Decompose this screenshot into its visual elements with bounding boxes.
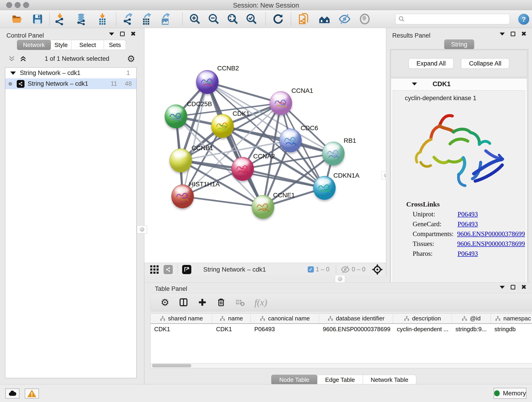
refresh-layout-button[interactable]	[272, 13, 285, 26]
node-CCNB2[interactable]	[196, 70, 219, 94]
table-cell[interactable]: stringdb:9...	[452, 324, 491, 334]
table-cell[interactable]: 9606.ENSP00000378699	[319, 324, 393, 334]
scrollbar-thumb[interactable]	[152, 364, 191, 367]
float-panel-icon[interactable]	[511, 285, 515, 289]
tab-sets[interactable]: Sets	[104, 40, 126, 50]
gene-card-header[interactable]: CDK1	[391, 78, 527, 89]
node-HIST1H1A[interactable]	[171, 185, 194, 208]
table-cell[interactable]: P06493	[251, 324, 319, 334]
crosslink-link[interactable]: 9606.ENSP00000378699	[457, 230, 525, 238]
zoom-in-button[interactable]	[189, 13, 201, 26]
column-header-shared-name[interactable]: shared name	[151, 313, 212, 323]
collapse-gene-icon[interactable]	[412, 83, 417, 85]
network-canvas[interactable]: CCNB2CCNA1CDC25BCDK1CDC6RB1CCNB1CCNA2CDK…	[144, 28, 386, 263]
collapse-panel-icon[interactable]	[500, 32, 505, 36]
help-button[interactable]: ?	[518, 14, 529, 25]
zoom-out-button[interactable]	[207, 13, 220, 26]
cloud-button[interactable]	[5, 389, 19, 399]
zoom-fit-button[interactable]	[226, 13, 239, 26]
export-network-button[interactable]	[122, 13, 134, 26]
node-CCNB1[interactable]	[170, 148, 192, 172]
import-table-button[interactable]	[96, 13, 109, 26]
clear-table-icon[interactable]	[235, 298, 245, 307]
table-horizontal-scrollbar[interactable]	[150, 363, 532, 368]
column-header-description[interactable]: description	[393, 313, 452, 323]
network-collection-row[interactable]: String Network – cdk1 1	[5, 68, 136, 78]
column-header-namespac[interactable]: namespac	[491, 313, 532, 323]
collapse-panel-icon[interactable]	[500, 286, 505, 289]
collapse-all-button[interactable]: Collapse All	[461, 58, 509, 69]
open-session-button[interactable]	[11, 13, 23, 26]
collapse-all-icon[interactable]	[8, 55, 16, 63]
clone-network-button[interactable]	[298, 13, 310, 26]
selected-checkbox[interactable]: ✓	[308, 266, 314, 273]
node-CDC25B[interactable]	[165, 104, 187, 128]
gene-symbol: CDK1	[433, 80, 451, 88]
table-settings-gear-icon[interactable]: ⚙	[161, 297, 169, 308]
column-header-database-identifier[interactable]: database identifier	[319, 313, 393, 323]
expand-all-icon[interactable]	[19, 55, 27, 63]
left-splitter-handle[interactable]	[137, 225, 147, 233]
show-results-button[interactable]	[358, 13, 371, 26]
network-list-toolbar: 1 of 1 Network selected ⚙	[5, 53, 139, 65]
node-CCNA1[interactable]	[270, 91, 292, 115]
string-home-button[interactable]	[318, 13, 331, 26]
table-row[interactable]: CDK1CDK1P064939606.ENSP00000378699cyclin…	[151, 324, 532, 334]
hide-results-button[interactable]	[338, 13, 351, 26]
node-CDK1[interactable]	[211, 114, 234, 138]
column-header-canonical-name[interactable]: canonical name	[251, 313, 319, 323]
create-column-icon[interactable]	[198, 298, 207, 307]
table-cell[interactable]: CDK1	[212, 324, 251, 334]
tab-node-table[interactable]: Node Table	[271, 375, 317, 385]
function-builder-icon[interactable]: f(x)	[254, 297, 267, 308]
node-CDC6[interactable]	[279, 128, 302, 153]
share-network-icon[interactable]	[164, 265, 173, 274]
crosslink-link[interactable]: 9606.ENSP00000378699	[457, 240, 525, 248]
memory-button[interactable]: Memory	[494, 388, 526, 399]
network-row[interactable]: String Network – cdk1 11 48	[5, 78, 136, 89]
float-panel-icon[interactable]	[120, 32, 125, 36]
crosslink-link[interactable]: P06493	[457, 250, 478, 257]
column-header--id[interactable]: @id	[452, 313, 491, 323]
float-panel-icon[interactable]	[511, 32, 515, 36]
grid-view-icon[interactable]	[149, 264, 159, 274]
edge-HIST1H1A-CCNE1[interactable]	[183, 196, 263, 207]
delete-column-icon[interactable]	[216, 298, 226, 307]
tab-edge-table[interactable]: Edge Table	[317, 375, 363, 385]
crosslink-link[interactable]: P06493	[457, 211, 478, 218]
tab-style[interactable]: Style	[51, 40, 71, 50]
close-panel-icon[interactable]: ✖	[131, 32, 136, 36]
node-CCNA2[interactable]	[231, 157, 254, 181]
crosshair-icon[interactable]	[372, 264, 383, 275]
tab-network[interactable]: Network	[17, 40, 51, 50]
import-network-database-button[interactable]	[75, 13, 88, 26]
table-cell[interactable]: stringdb	[491, 324, 532, 334]
expand-all-button[interactable]: Expand All	[409, 58, 454, 69]
node-CCNE1[interactable]	[252, 195, 274, 219]
node-CDKN1A[interactable]	[313, 176, 336, 200]
expand-collection-icon[interactable]	[10, 71, 16, 75]
table-cell[interactable]: CDK1	[151, 324, 212, 334]
zoom-selected-button[interactable]	[245, 13, 258, 26]
tab-network-table[interactable]: Network Table	[363, 375, 416, 385]
table-cell[interactable]: cyclin-dependent ...	[393, 324, 452, 334]
import-network-file-button[interactable]	[53, 13, 66, 26]
hidden-eye-icon[interactable]	[341, 265, 350, 274]
close-panel-icon[interactable]: ✖	[521, 32, 526, 36]
tab-select[interactable]: Select	[71, 40, 104, 50]
crosslink-link[interactable]: P06493	[457, 220, 478, 228]
collapse-panel-icon[interactable]	[109, 32, 114, 36]
open-in-window-icon[interactable]	[182, 265, 191, 274]
split-panel-icon[interactable]	[179, 298, 188, 307]
search-input[interactable]	[395, 14, 510, 24]
node-RB1[interactable]	[322, 142, 345, 166]
save-session-button[interactable]	[31, 13, 44, 26]
warnings-button[interactable]	[25, 389, 39, 399]
tab-string[interactable]: String	[444, 39, 474, 50]
column-header-name[interactable]: name	[212, 313, 251, 323]
export-table-button[interactable]	[140, 13, 153, 26]
splitter-handle[interactable]	[335, 275, 345, 283]
export-image-button[interactable]	[159, 13, 172, 26]
network-options-gear-icon[interactable]: ⚙	[127, 53, 135, 64]
close-panel-icon[interactable]: ✖	[521, 285, 526, 289]
